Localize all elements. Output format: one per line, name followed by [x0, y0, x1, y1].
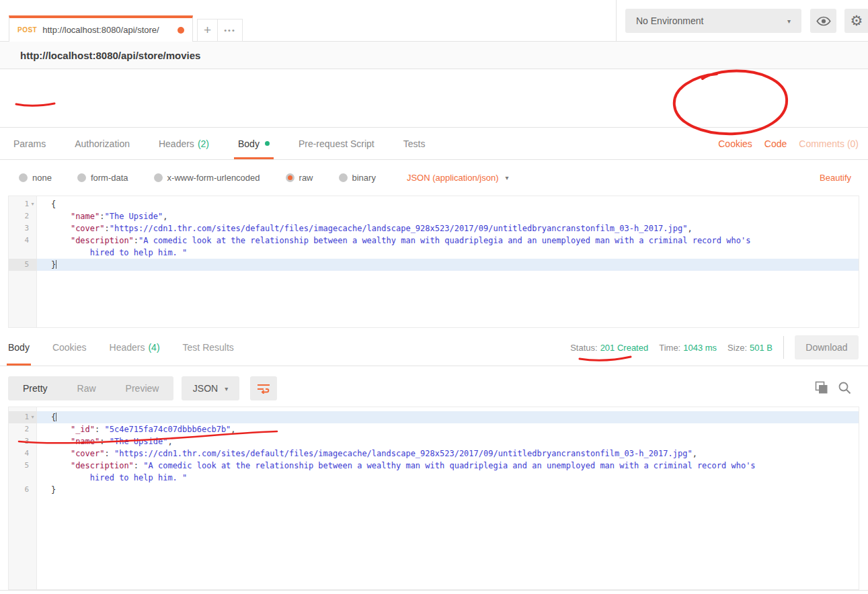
gutter-cell [9, 472, 37, 484]
time-pair: Time:1043 ms [659, 343, 717, 353]
mode-label: form-data [91, 173, 128, 183]
mode-none[interactable]: none [19, 173, 52, 183]
code-row: 5} [9, 259, 859, 271]
code-line[interactable]: "name":"The Upside", [37, 210, 859, 222]
request-tab[interactable]: POST http://localhost:8080/api/store/ [9, 15, 193, 42]
line-number: 4 [24, 448, 29, 460]
tab-authorization[interactable]: Authorization [75, 128, 130, 159]
tab-params[interactable]: Params [13, 128, 46, 159]
radio-icon[interactable] [154, 173, 163, 182]
request-title: http://localhost:8080/api/store/movies [20, 50, 200, 61]
gutter-cell: 1▾ [9, 411, 37, 423]
gear-icon: ⚙ [851, 14, 863, 28]
header-bar: POST http://localhost:8080/api/store/ + … [0, 0, 868, 42]
text-cursor [56, 260, 56, 269]
request-body-editor[interactable]: 1▾{2 "name":"The Upside",3 "cover":"http… [8, 196, 859, 328]
divider [783, 336, 784, 359]
tab-options-button[interactable]: ••• [217, 19, 243, 42]
request-title-row: http://localhost:8080/api/store/movies [0, 42, 868, 69]
mode-form-data[interactable]: form-data [77, 173, 128, 183]
mode-label: raw [299, 173, 313, 183]
time-value: 1043 ms [683, 343, 717, 353]
copy-icon [815, 381, 828, 394]
line-number: 1 [24, 411, 29, 423]
size-pair: Size:501 B [727, 343, 773, 353]
tab-url-label: http://localhost:8080/api/store/ [42, 25, 173, 35]
beautify-link[interactable]: Beautify [820, 173, 851, 183]
response-format-selector[interactable]: JSON ▾ [182, 376, 239, 400]
response-status-cluster: Status:201 Created Time:1043 ms Size:501… [570, 329, 859, 366]
comments-link[interactable]: Comments (0) [799, 138, 859, 149]
view-pretty-button[interactable]: Pretty [8, 376, 63, 400]
radio-icon[interactable] [339, 173, 348, 182]
code-line: } [37, 484, 859, 496]
line-number: 3 [24, 435, 29, 448]
radio-icon[interactable] [77, 173, 86, 182]
code-line[interactable]: } [37, 259, 859, 271]
download-button[interactable]: Download [795, 335, 859, 359]
environment-selector[interactable]: No Environment ▾ [625, 9, 801, 33]
plus-icon: + [204, 23, 211, 38]
tab-label: Tests [403, 138, 426, 149]
cookies-link[interactable]: Cookies [718, 138, 752, 149]
radio-icon[interactable] [19, 173, 28, 182]
tab-tests[interactable]: Tests [403, 128, 426, 159]
code-row: hired to help him. " [9, 247, 859, 259]
line-number: 4 [24, 235, 29, 247]
code-line: { [37, 411, 859, 423]
code-link[interactable]: Code [764, 138, 787, 149]
mode-x-www-form-urlencoded[interactable]: x-www-form-urlencoded [154, 173, 260, 183]
tab-headers[interactable]: Headers (2) [159, 128, 209, 159]
bottom-edge [0, 590, 868, 594]
settings-button[interactable]: ⚙ [844, 9, 868, 33]
request-builder-row: POST ▾ Send ▾ Save ▾ [0, 69, 868, 128]
chevron-down-icon: ▾ [505, 174, 508, 181]
view-raw-button[interactable]: Raw [63, 376, 111, 400]
wrap-text-button[interactable] [250, 376, 277, 400]
size-label: Size: [727, 343, 747, 353]
radio-selected-icon[interactable] [286, 173, 294, 182]
search-response-button[interactable] [838, 381, 851, 397]
wrap-text-icon [257, 383, 270, 394]
mode-raw[interactable]: raw [286, 173, 313, 183]
view-preview-button[interactable]: Preview [111, 376, 174, 400]
line-number: 2 [24, 210, 29, 222]
gutter-cell [9, 247, 37, 259]
chevron-down-icon: ▾ [225, 385, 228, 392]
response-tab-headers[interactable]: Headers (4) [110, 329, 160, 366]
tab-body[interactable]: Body [238, 128, 270, 159]
body-modified-dot-icon [265, 141, 270, 146]
gutter-cell: 5 [9, 460, 37, 472]
code-line[interactable]: "description":"A comedic look at the rel… [37, 235, 859, 247]
size-value: 501 B [750, 343, 773, 353]
tab-label: Headers [110, 342, 145, 353]
code-line[interactable]: { [37, 198, 859, 210]
tab-pre-request-script[interactable]: Pre-request Script [299, 128, 374, 159]
fold-caret-icon[interactable]: ▾ [29, 198, 36, 210]
line-number: 5 [24, 460, 29, 472]
code-line[interactable]: hired to help him. " [37, 247, 859, 259]
line-number: 3 [24, 222, 29, 235]
line-number: 5 [24, 259, 29, 271]
code-row: 3 "name": "The Upside", [9, 435, 859, 448]
gutter-cell: 3 [9, 222, 37, 235]
environment-quicklook-button[interactable] [810, 9, 836, 33]
response-tab-test-results[interactable]: Test Results [183, 329, 234, 366]
code-line[interactable]: "cover":"https://cdn1.thr.com/sites/defa… [37, 222, 859, 235]
gutter-cell: 2 [9, 423, 37, 435]
fold-caret-icon[interactable]: ▾ [29, 411, 36, 423]
text-cursor [56, 413, 56, 421]
tab-label: Test Results [183, 342, 234, 353]
mode-binary[interactable]: binary [339, 173, 376, 183]
header-divider [616, 0, 617, 42]
content-type-selector[interactable]: JSON (application/json) ▾ [407, 173, 509, 183]
copy-response-button[interactable] [815, 381, 828, 397]
code-row: 5 "description": "A comedic look at the … [9, 460, 859, 472]
code-line: "_id": "5c4e715fa74c07dbbb6ecb7b", [37, 423, 859, 435]
tab-label: Cookies [52, 342, 87, 353]
new-tab-button[interactable]: + [197, 19, 218, 42]
response-tab-body[interactable]: Body [8, 329, 30, 366]
chevron-down-icon: ▾ [787, 17, 791, 25]
response-tab-cookies[interactable]: Cookies [52, 329, 87, 366]
gutter-cell: 5 [9, 259, 37, 271]
